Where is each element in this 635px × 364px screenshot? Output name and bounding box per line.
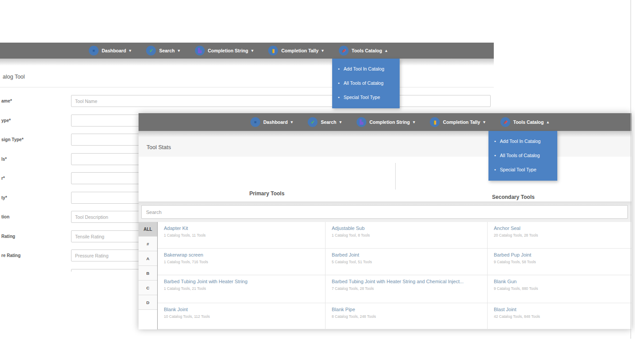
stats-band [139,131,631,157]
tool-meta: 1 Catalog Tools, 21 Tools [164,286,319,291]
chevron-up-icon: ▴ [385,48,387,53]
foreground-window: ■ Dashboard ▾ ✓ Search ▾ ▙ Completion St… [139,113,631,329]
alpha-filter-d[interactable]: D [139,295,157,310]
fg-nav-item-completion-string[interactable]: ▙ Completion String ▾ [357,117,415,127]
tool-meta: 1 Catalog Tools, 716 Tools [164,260,319,264]
title-divider [0,87,494,87]
tool-cell[interactable]: Barbed Pup Joint 9 Catalog Tools, 58 Too… [488,249,631,275]
tools-catalog-icon: ✎ [500,117,510,127]
tool-name-link[interactable]: Blast Joint [494,307,625,312]
menu-item-special-tool-type[interactable]: • Special Tool Type [488,162,557,177]
fg-nav-item-completion-tally[interactable]: ▮ Completion Tally ▾ [430,117,485,127]
tool-name-field[interactable] [71,95,491,107]
tool-meta: 9 Catalog Tools, 58 Tools [494,260,625,264]
tools-catalog-icon: ✎ [339,46,349,55]
tool-cell[interactable]: Adapter Kit 1 Catalog Tools, 11 Tools [158,222,325,248]
search-input[interactable] [141,205,628,219]
tool-meta: 10 Catalog Tools, 112 Tools [164,314,319,319]
menu-item-special-tool-type[interactable]: • Special Tool Type [332,90,400,104]
fg-nav-item-search[interactable]: ✓ Search ▾ [308,117,341,127]
tool-cell[interactable]: Blank Gun 9 Catalog Tools, 880 Tools [488,275,631,303]
menu-item-add-tool-in-catalog[interactable]: • Add Tool In Catalog [488,134,557,148]
bullet-icon: • [338,66,340,71]
menu-item-all-tools-of-catalog[interactable]: • All Tools of Catalog [332,76,400,90]
tool-name-link[interactable]: Anchor Seal [494,226,625,231]
completion-tally-icon: ▮ [430,117,440,127]
table-row: Barbed Tubing Joint with Heater String 1… [158,275,631,303]
secondary-tools-header: Secondary Tools [395,194,631,200]
menu-item-label: Special Tool Type [500,167,536,172]
tool-name-link[interactable]: Blank Gun [494,279,625,284]
chevron-down-icon: ▾ [413,120,415,124]
tool-cell[interactable]: Blank Pipe 8 Catalog Tools, 248 Tools [325,303,488,329]
bg-nav-list: ■ Dashboard ▾ ✓ Search ▾ ▙ Completion St… [89,46,387,55]
stats-panel: Primary Tools Secondary Tools [139,157,631,202]
table-row: Bakerwrap screen 1 Catalog Tools, 716 To… [158,249,631,275]
tool-name-link[interactable]: Blank Joint [164,307,319,312]
form-label: tion [1,211,9,223]
form-label: ype* [1,115,11,127]
tool-meta: 1 Catalog Tools, 11 Tools [164,233,319,237]
form-row-name: ame* [0,95,494,107]
chevron-down-icon: ▾ [483,120,485,124]
page-right-edge-line [631,0,631,339]
table-row: Adapter Kit 1 Catalog Tools, 11 Tools Ad… [158,222,631,249]
bg-nav-item-completion-string[interactable]: ▙ Completion String ▾ [195,46,254,55]
fg-nav-item-dashboard[interactable]: ■ Dashboard ▾ [250,117,293,127]
tool-cell[interactable]: Barbed Joint 5 Catalog Tool, 51 Tools [325,249,488,275]
tool-name-link[interactable]: Barbed Pup Joint [494,252,625,257]
bg-nav-item-completion-tally[interactable]: ▮ Completion Tally ▾ [268,46,323,55]
alpha-filter-all[interactable]: ALL [139,222,157,237]
tool-cell[interactable]: Barbed Tubing Joint with Heater String 1… [158,275,325,303]
menu-item-label: All Tools of Catalog [500,153,540,158]
alpha-rail: ALL # A B C D [139,222,158,329]
bg-nav-item-dashboard[interactable]: ■ Dashboard ▾ [89,46,131,55]
bg-nav-item-search[interactable]: ✓ Search ▾ [146,46,180,55]
tool-cell[interactable]: Blast Joint 42 Catalog Tools, 848 Tools [488,303,631,329]
tool-name-link[interactable]: Adapter Kit [164,226,319,231]
nav-label: Completion Tally [281,48,318,53]
form-label: ty* [1,192,7,204]
tool-cell[interactable]: Anchor Seal 20 Catalog Tools, 28 Tools [488,222,631,248]
navbar-shadow [0,59,494,66]
tool-meta: 9 Catalog Tools, 880 Tools [494,286,625,291]
tool-cell[interactable]: Barbed Tubing Joint with Heater String a… [325,275,488,303]
chevron-down-icon: ▾ [178,48,180,53]
chevron-up-icon: ▴ [547,120,549,124]
form-label: ls* [1,153,7,165]
primary-tools-header: Primary Tools [139,190,395,197]
menu-item-label: Add Tool In Catalog [500,138,540,144]
tool-meta: 42 Catalog Tools, 848 Tools [494,314,625,319]
nav-label: Search [159,48,175,53]
tool-cell[interactable]: Adjustable Sub 1 Catalog Tool, 8 Tools [325,222,488,248]
alpha-filter-b[interactable]: B [139,266,157,281]
alpha-filter-hash[interactable]: # [139,237,157,251]
nav-label: Completion String [369,119,410,125]
alpha-filter-a[interactable]: A [139,251,157,266]
chevron-down-icon: ▾ [321,48,324,53]
tool-name-link[interactable]: Bakerwrap screen [164,252,319,257]
tool-name-link[interactable]: Barbed Tubing Joint with Heater String a… [332,279,481,284]
tool-list-area: ALL # A B C D Adapter Kit 1 Catalog Tool… [139,222,631,329]
menu-item-all-tools-of-catalog[interactable]: • All Tools of Catalog [488,148,557,162]
bullet-icon: • [338,80,340,86]
nav-label: Tools Catalog [513,119,544,125]
menu-item-add-tool-in-catalog[interactable]: • Add Tool In Catalog [332,62,400,76]
tool-name-link[interactable]: Blank Pipe [332,307,481,312]
tool-meta: 7 Catalog Tools, 28 Tools [332,286,481,291]
tool-cell[interactable]: Bakerwrap screen 1 Catalog Tools, 716 To… [158,249,325,275]
fg-nav-item-tools-catalog[interactable]: ✎ Tools Catalog ▴ [500,117,549,127]
menu-item-label: Add Tool In Catalog [344,66,384,71]
tool-name-link[interactable]: Barbed Tubing Joint with Heater String [164,279,319,284]
tool-name-link[interactable]: Adjustable Sub [332,226,481,231]
bg-tools-catalog-menu: • Add Tool In Catalog • All Tools of Cat… [332,59,400,108]
tool-name-link[interactable]: Barbed Joint [332,252,481,257]
bullet-icon: • [338,95,340,100]
alpha-filter-c[interactable]: C [139,281,157,295]
fg-navbar: ■ Dashboard ▾ ✓ Search ▾ ▙ Completion St… [139,113,631,131]
nav-label: Tools Catalog [352,48,382,53]
tool-cell[interactable]: Blank Joint 10 Catalog Tools, 112 Tools [158,303,325,329]
bg-nav-item-tools-catalog[interactable]: ✎ Tools Catalog ▴ [339,46,387,55]
form-label: sign Type* [1,134,24,146]
tool-grid: Adapter Kit 1 Catalog Tools, 11 Tools Ad… [158,222,631,329]
